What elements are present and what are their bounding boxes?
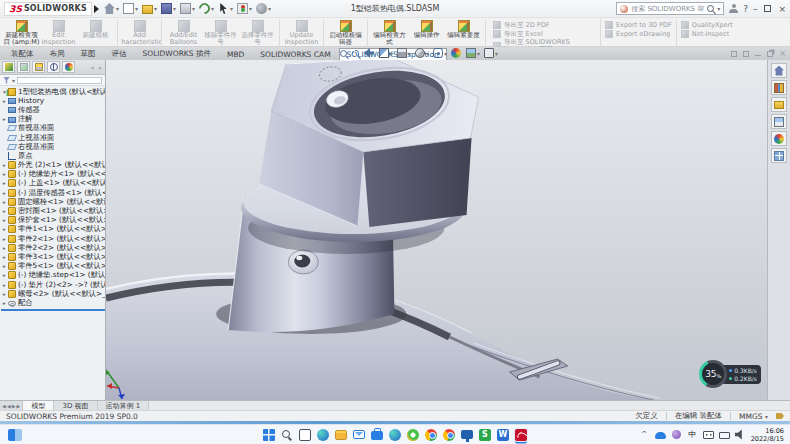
dropdown-arrow-icon[interactable]: ▾ xyxy=(230,5,233,12)
expand-arrow-icon[interactable]: ▸ xyxy=(1,190,8,196)
filter-dropdown-icon[interactable]: ▾ xyxy=(12,77,15,84)
tree-item[interactable]: ▸ (-) 绝缘垫片<1> (默认<<默认>_显 xyxy=(1,170,105,179)
tree-item[interactable]: ▸ 零件2<2> (默认<<默认>_显示状态 xyxy=(1,243,105,252)
dropdown-arrow-icon[interactable]: ▾ xyxy=(426,50,429,57)
ribbon-tab[interactable]: 评估 xyxy=(104,47,135,60)
tree-item[interactable]: ▸ 零件1<1> (默认<<默认>_显示状态 xyxy=(1,225,105,234)
tree-item[interactable]: ▸ History xyxy=(1,96,105,105)
task-pane-tab[interactable] xyxy=(771,97,787,112)
ribbon-button[interactable]: Add/Edit Balloons xyxy=(165,19,202,46)
tree-item[interactable]: ▸ 注解 xyxy=(1,115,105,124)
qat-button[interactable]: ▾ xyxy=(236,2,253,15)
tree-item[interactable]: ▸ (-) 垫片 (2)<2> ->? (默认<<默认> xyxy=(1,280,105,289)
doc-tab[interactable]: 3D 视图 xyxy=(54,401,97,410)
widgets-icon[interactable] xyxy=(8,429,22,441)
ribbon-button[interactable]: 新建检查项目 (amp:M) xyxy=(3,19,40,46)
taskbar-app-button[interactable] xyxy=(388,428,402,442)
expand-arrow-icon[interactable]: ▸ xyxy=(1,208,8,214)
doc-window-icon[interactable] xyxy=(731,51,737,57)
tree-item[interactable]: ▸ (-) 绝缘垫.step<1> (默认<<默认> xyxy=(1,271,105,280)
dropdown-arrow-icon[interactable]: ▾ xyxy=(444,50,447,57)
view-tool[interactable] xyxy=(352,50,360,57)
fm-tab[interactable] xyxy=(17,61,30,73)
close-button[interactable]: × xyxy=(778,4,786,14)
ribbon-button[interactable]: Edit Inspection Project xyxy=(40,19,77,46)
taskbar-app-button[interactable] xyxy=(406,428,420,442)
fm-tab[interactable] xyxy=(62,61,75,73)
ribbon-button[interactable]: 选择零件序号 xyxy=(239,19,280,46)
tree-item[interactable]: 传感器 xyxy=(1,105,105,114)
expand-arrow-icon[interactable]: ▸ xyxy=(1,162,8,168)
tree-item[interactable]: ▸ 零件5<1> (默认<<默认>_显示状态 xyxy=(1,262,105,271)
view-tool[interactable]: ▾ xyxy=(484,48,498,58)
dropdown-arrow-icon[interactable]: ▾ xyxy=(154,5,157,12)
expand-arrow-icon[interactable]: ▸ xyxy=(1,171,8,177)
search-dropdown-icon[interactable]: ▾ xyxy=(717,5,720,12)
view-tool[interactable]: ▾ xyxy=(379,48,393,58)
ribbon-tab[interactable]: MBD xyxy=(219,48,252,60)
tree-item[interactable]: ▸ 零件3<1> (默认<<默认>_显示状态 xyxy=(1,252,105,261)
taskbar-app-button[interactable] xyxy=(424,428,438,442)
units-selector[interactable]: MMGS ▾ xyxy=(739,412,768,421)
expand-arrow-icon[interactable]: ▸ xyxy=(1,98,8,104)
ribbon-small-button[interactable]: QualityXpert xyxy=(681,21,733,29)
tree-item[interactable]: ▸ (-) 上盖<1> (默认<<默认>_显示状 xyxy=(1,179,105,188)
tray-icon[interactable]: ^ xyxy=(639,429,650,440)
tray-icon[interactable]: 中 xyxy=(687,429,698,440)
doc-restore-icon[interactable] xyxy=(767,51,773,57)
qat-button[interactable]: ▾ xyxy=(103,2,120,15)
ribbon-button[interactable]: Update Inspection Project xyxy=(283,19,324,46)
expand-arrow-icon[interactable]: ▸ xyxy=(1,282,8,288)
qat-button[interactable]: ▾ xyxy=(179,2,196,15)
ribbon-small-button[interactable]: Net-Inspect xyxy=(681,30,733,38)
tree-item[interactable]: ▸ (-) 温度传感器<1> (默认<<默认>_ xyxy=(1,188,105,197)
task-pane-tab[interactable] xyxy=(771,148,787,163)
tree-item[interactable]: ▸ 零件2<1> (默认<<默认>_显示状态 xyxy=(1,234,105,243)
minimize-button[interactable]: – xyxy=(753,4,758,14)
ribbon-small-button[interactable]: 导出至 2D PDF xyxy=(493,21,596,29)
ribbon-button[interactable]: 编辑紧要度 xyxy=(445,19,486,46)
doc-tab[interactable]: 运动算例 1 xyxy=(98,401,150,410)
ribbon-tab[interactable]: 装配体 xyxy=(3,47,42,60)
ribbon-tab[interactable]: 草图 xyxy=(73,47,104,60)
dropdown-arrow-icon[interactable]: ▾ xyxy=(173,5,176,12)
tree-item[interactable]: ▸ 密封圈<1> (默认<<默认>_显示状 xyxy=(1,206,105,215)
doc-tab[interactable]: 模型 xyxy=(23,401,54,410)
expand-arrow-icon[interactable]: ▸ xyxy=(1,254,8,260)
ribbon-button[interactable]: 新建模板 xyxy=(77,19,118,46)
view-tool[interactable]: ▾ xyxy=(433,48,447,58)
tree-item[interactable]: 右视基准面 xyxy=(1,142,105,151)
expand-arrow-icon[interactable]: ▸ xyxy=(1,217,8,223)
qat-button[interactable]: ▾ xyxy=(198,2,215,15)
search-icon[interactable] xyxy=(707,5,714,12)
doc-close-icon[interactable]: × xyxy=(779,49,786,58)
tray-icon[interactable] xyxy=(719,432,730,439)
dropdown-arrow-icon[interactable]: ▾ xyxy=(135,5,138,12)
view-tool[interactable]: ▾ xyxy=(415,48,429,58)
ribbon-small-button[interactable]: Export to 3D PDF xyxy=(605,21,672,29)
doc-window-icon[interactable] xyxy=(743,51,749,57)
filter-icon[interactable] xyxy=(3,77,10,84)
tab-nav-arrows[interactable]: ◀◀▶▶ xyxy=(0,401,23,410)
ribbon-tab[interactable]: SOLIDWORKS CAM xyxy=(252,48,338,60)
view-tool[interactable]: ▾ xyxy=(466,48,480,58)
view-tool[interactable] xyxy=(451,48,462,58)
taskbar-clock[interactable]: 16:06 2022/8/15 xyxy=(751,427,784,443)
qat-button[interactable]: ▾ xyxy=(160,2,177,15)
dropdown-arrow-icon[interactable]: ▾ xyxy=(390,50,393,57)
qat-button[interactable]: ▾ xyxy=(122,2,139,15)
fm-tab-scroll-arrows[interactable]: « » xyxy=(91,64,103,71)
taskbar-app-button[interactable] xyxy=(334,428,348,442)
tree-item[interactable]: ▸ 外壳 (2)<1> (默认<<默认>_显示状 xyxy=(1,161,105,170)
expand-arrow-icon[interactable]: ▸ xyxy=(1,263,8,269)
custom-properties-tag-icon[interactable] xyxy=(776,413,784,419)
qat-button[interactable]: ▾ xyxy=(141,2,158,15)
tray-icon[interactable] xyxy=(672,430,681,439)
taskbar-app-button[interactable] xyxy=(316,428,330,442)
dropdown-arrow-icon[interactable]: ▾ xyxy=(249,5,252,12)
tree-item[interactable]: ▸ 螺母<2> (默认<<默认>_显示状态 xyxy=(1,289,105,298)
solidworks-logo[interactable]: ЗS SOLIDWORKS xyxy=(4,2,92,16)
model-3d[interactable] xyxy=(106,60,767,400)
dropdown-arrow-icon[interactable]: ▾ xyxy=(192,5,195,12)
taskbar-app-button[interactable] xyxy=(298,428,312,442)
